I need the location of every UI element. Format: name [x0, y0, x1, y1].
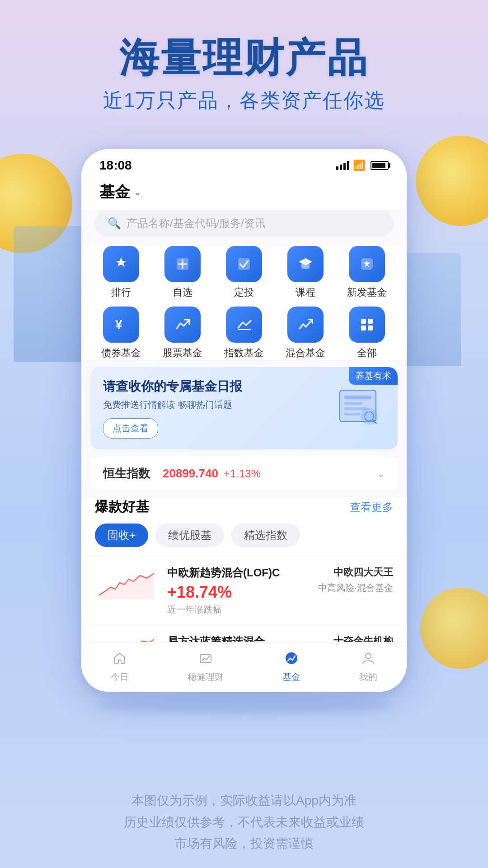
nav-label-fund: 基金: [282, 671, 300, 683]
section-more[interactable]: 查看更多: [350, 500, 393, 514]
phone-shadow: [97, 696, 391, 714]
wifi-icon: 📶: [353, 160, 365, 171]
icon-row-1: 排行 自选: [90, 246, 398, 299]
fund-item-1[interactable]: 中欧新趋势混合(LOF)C +18.74% 近一年涨跌幅 中欧四大天王 中高风险…: [81, 556, 407, 625]
fund-tag-1: 中欧四大天王: [318, 566, 393, 579]
bg-coin-right2: [420, 588, 488, 669]
icon-label-course: 课程: [296, 286, 315, 299]
disclaimer: 本图仅为示例，实际收益请以App内为准 历史业绩仅供参考，不代表未来收益或业绩 …: [0, 790, 488, 854]
icon-label-all: 全部: [357, 346, 377, 360]
stable-icon: [198, 651, 213, 669]
disclaimer-line1: 本图仅为示例，实际收益请以App内为准: [0, 790, 488, 811]
nav-item-mine[interactable]: 我的: [359, 651, 377, 683]
phone-inner: 18:08 📶 基金 ⌄ 🔍 产品名称/基金代码/服务/资: [81, 149, 407, 692]
icon-ranking[interactable]: 排行: [99, 246, 144, 299]
icon-index-fund[interactable]: 指数基金: [221, 307, 267, 360]
svg-point-24: [286, 652, 297, 664]
fund-info-1: 中欧新趋势混合(LOF)C +18.74% 近一年涨跌幅: [167, 566, 309, 616]
fund-nav-icon: [284, 651, 299, 669]
svg-rect-17: [344, 413, 360, 415]
icon-label-watchlist: 自选: [173, 286, 192, 299]
nav-item-fund[interactable]: 基金: [282, 651, 300, 683]
icon-label-new-fund: 新发基金: [347, 286, 387, 299]
icon-label-index: 指数基金: [224, 346, 264, 360]
icon-course[interactable]: 课程: [283, 246, 328, 299]
fund-tag-area-1: 中欧四大天王 中高风险·混合基金: [318, 566, 393, 594]
icon-new-fund[interactable]: 新发基金: [344, 246, 389, 299]
banner-content: 养基有术 请查收你的专属基金日报 免费推送行情解读 畅聊热门话题 点击查看: [103, 378, 242, 439]
icon-regular-invest[interactable]: 定投: [221, 246, 267, 299]
icon-row-2: ¥ 债券基金 股票基金: [90, 307, 398, 360]
chevron-down-icon[interactable]: ⌄: [134, 187, 141, 198]
fund-return-1: +18.74%: [167, 583, 309, 602]
watchlist-icon: [164, 246, 201, 282]
home-icon: [113, 651, 127, 669]
new-fund-icon: [349, 246, 385, 282]
ranking-icon: [103, 246, 139, 282]
index-change: +1.13%: [224, 467, 261, 480]
banner-title: 请查收你的专属基金日报: [103, 378, 242, 395]
icon-all-funds[interactable]: 全部: [344, 307, 389, 360]
icon-label-ranking: 排行: [111, 286, 131, 299]
index-value: 20899.740: [163, 467, 218, 481]
phone-mockup: 18:08 📶 基金 ⌄ 🔍 产品名称/基金代码/服务/资: [81, 149, 407, 692]
svg-rect-9: [361, 319, 366, 324]
banner-tag: 养基有术: [349, 367, 398, 385]
svg-rect-15: [344, 402, 362, 405]
index-row[interactable]: 恒生指数 20899.740 +1.13% ⌄: [90, 457, 398, 491]
nav-item-today[interactable]: 今日: [111, 651, 129, 683]
fund-name-1: 中欧新趋势混合(LOF)C: [167, 566, 309, 580]
disclaimer-line3: 市场有风险，投资需谨慎: [0, 833, 488, 854]
fund-period-1: 近一年涨跌幅: [167, 604, 309, 616]
banner-image: [331, 386, 385, 431]
banner-subtitle: 免费推送行情解读 畅聊热门话题: [103, 399, 242, 411]
signal-icon: [336, 161, 349, 170]
icon-watchlist[interactable]: 自选: [160, 246, 205, 299]
stock-fund-icon: [164, 307, 201, 343]
nav-item-stable[interactable]: 稳健理财: [188, 651, 224, 683]
svg-rect-10: [368, 319, 373, 324]
fund-risk-1: 中高风险·混合基金: [318, 582, 393, 594]
status-bar: 18:08 📶: [81, 149, 407, 177]
index-fund-icon: [226, 307, 262, 343]
icon-label-stock: 股票基金: [163, 346, 202, 360]
bg-building-right: [398, 253, 461, 366]
header-area: 海量理财产品 近1万只产品，各类资产任你选: [0, 36, 488, 114]
tab-index-select[interactable]: 精选指数: [231, 524, 300, 547]
nav-label-stable: 稳健理财: [188, 671, 224, 683]
tab-fixed-income[interactable]: 固收+: [95, 524, 148, 547]
search-placeholder-text: 产品名称/基金代码/服务/资讯: [127, 216, 266, 231]
banner-button[interactable]: 点击查看: [103, 418, 158, 439]
top-nav: 基金 ⌄: [81, 177, 407, 210]
user-icon: [361, 651, 375, 669]
tab-stock-funds[interactable]: 绩优股基: [155, 524, 224, 547]
index-name: 恒生指数: [103, 466, 150, 481]
mixed-fund-icon: [287, 307, 324, 343]
icon-mixed-fund[interactable]: 混合基金: [283, 307, 328, 360]
header-title: 海量理财产品: [0, 36, 488, 80]
svg-rect-14: [344, 396, 371, 399]
bg-coin-right: [416, 136, 488, 226]
all-funds-icon: [349, 307, 385, 343]
regular-invest-icon: [226, 246, 262, 282]
icon-label-regular: 定投: [234, 286, 254, 299]
banner-card[interactable]: 养基有术 请查收你的专属基金日报 免费推送行情解读 畅聊热门话题 点击查看: [90, 367, 398, 449]
nav-label-mine: 我的: [359, 671, 377, 683]
icon-stock-fund[interactable]: 股票基金: [160, 307, 205, 360]
icon-label-bond: 债券基金: [101, 346, 141, 360]
course-icon: [287, 246, 324, 282]
icon-bond-fund[interactable]: ¥ 债券基金: [99, 307, 144, 360]
icon-label-mixed: 混合基金: [286, 346, 325, 360]
svg-point-25: [366, 653, 371, 659]
nav-label-today: 今日: [111, 671, 129, 683]
search-bar[interactable]: 🔍 产品名称/基金代码/服务/资讯: [95, 210, 393, 237]
svg-rect-11: [361, 326, 366, 330]
svg-text:¥: ¥: [115, 317, 122, 331]
section-header: 爆款好基 查看更多: [81, 498, 407, 524]
filter-tabs: 固收+ 绩优股基 精选指数: [81, 524, 407, 556]
disclaimer-line2: 历史业绩仅供参考，不代表未来收益或业绩: [0, 811, 488, 833]
search-icon: 🔍: [108, 217, 121, 230]
index-chevron-icon[interactable]: ⌄: [377, 468, 385, 480]
icon-grid: 排行 自选: [81, 246, 407, 360]
section-title: 爆款好基: [95, 498, 149, 516]
